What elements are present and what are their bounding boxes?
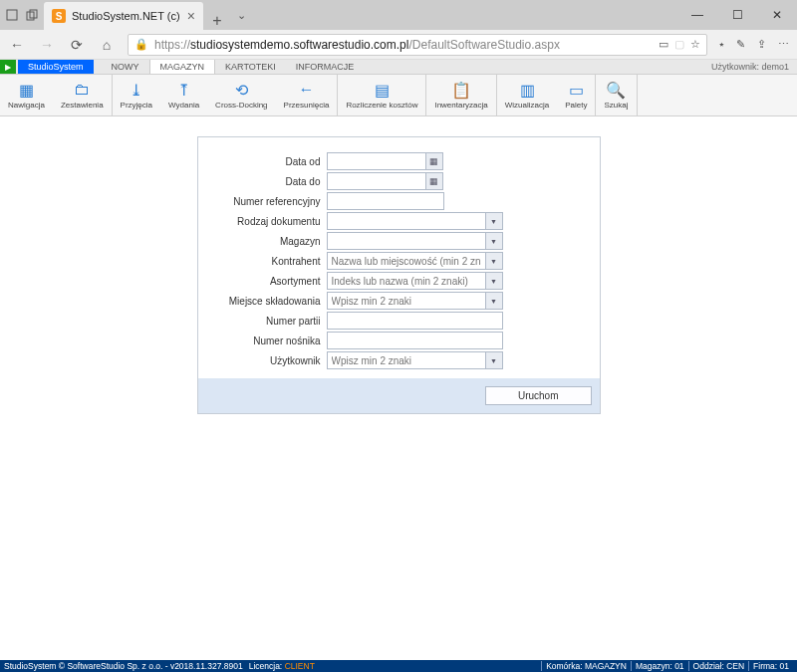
tab-copy-icon[interactable] [26, 9, 38, 21]
app-menubar: ▶ StudioSystem NOWY MAGAZYN KARTOTEKI IN… [0, 60, 797, 75]
status-firma: Firma: 01 [748, 661, 793, 671]
datepicker-do-button[interactable]: ▦ [426, 172, 443, 190]
home-button[interactable]: ⌂ [98, 37, 116, 53]
grid-icon: ▦ [16, 81, 36, 99]
refresh-button[interactable]: ⟳ [68, 37, 86, 53]
ribbon-nawigacja[interactable]: ▦Nawigacja [0, 75, 53, 115]
label-data-do: Data do [212, 176, 327, 187]
cost-icon: ▤ [372, 81, 392, 99]
browser-navbar: ← → ⟳ ⌂ 🔒 https://studiosystemdemo.softw… [0, 30, 797, 60]
tab-title: StudioSystem.NET (c) Sc [72, 10, 181, 22]
pallet-icon: ▭ [566, 81, 586, 99]
ribbon-przyjecia[interactable]: ⤓Przyjęcia [113, 75, 160, 115]
status-bar: StudioSystem © SoftwareStudio Sp. z o.o.… [0, 660, 797, 672]
move-icon: ← [296, 81, 316, 99]
label-kontrahent: Kontrahent [212, 256, 327, 267]
ribbon-wizualizacja[interactable]: ▥Wizualizacja [497, 75, 557, 115]
download-icon: ⤓ [127, 81, 146, 99]
browser-tab[interactable]: S StudioSystem.NET (c) Sc × [44, 2, 203, 30]
dropdown-uzytkownik-button[interactable]: ▼ [486, 351, 503, 369]
status-license: Licencja: CLIENT [249, 661, 315, 671]
close-button[interactable]: ✕ [757, 0, 797, 30]
status-magazyn: Magazyn: 01 [631, 661, 688, 671]
dropdown-rodzaj-button[interactable]: ▼ [486, 212, 503, 230]
window-titlebar: S StudioSystem.NET (c) Sc × + ⌄ — ☐ ✕ [0, 0, 797, 30]
input-kontrahent[interactable] [327, 252, 486, 270]
favorites-icon[interactable]: ⭑ [719, 38, 724, 51]
input-numer-nosnika[interactable] [327, 332, 503, 349]
pen-icon[interactable]: ✎ [736, 38, 745, 51]
label-rodzaj: Rodzaj dokumentu [212, 216, 327, 227]
maximize-button[interactable]: ☐ [717, 0, 757, 30]
input-magazyn[interactable] [327, 232, 486, 250]
dropdown-kontrahent-button[interactable]: ▼ [486, 252, 503, 270]
input-data-od[interactable] [327, 152, 426, 170]
run-button[interactable]: Uruchom [485, 386, 592, 405]
new-tab-button[interactable]: + [203, 12, 231, 30]
window-controls: — ☐ ✕ [677, 0, 797, 30]
menu-magazyn[interactable]: MAGAZYN [149, 60, 216, 74]
inventory-icon: 📋 [451, 81, 471, 99]
menu-nowy[interactable]: NOWY [102, 60, 149, 74]
input-numer-ref[interactable] [327, 192, 444, 210]
dropdown-miejsce-button[interactable]: ▼ [486, 292, 503, 310]
tab-strip: S StudioSystem.NET (c) Sc × + [44, 0, 231, 30]
label-asortyment: Asortyment [212, 276, 327, 287]
input-miejsce[interactable] [327, 292, 486, 310]
navbar-right: ⭑ ✎ ⇪ ⋯ [719, 38, 789, 51]
address-bar[interactable]: 🔒 https://studiosystemdemo.softwarestudi… [128, 34, 707, 56]
menu-kartoteki[interactable]: KARTOTEKI [215, 60, 286, 74]
upload-icon: ⤒ [174, 81, 194, 99]
input-asortyment[interactable] [327, 272, 486, 290]
status-oddzial: Oddział: CEN [688, 661, 749, 671]
dropdown-magazyn-button[interactable]: ▼ [486, 232, 503, 250]
svg-rect-0 [7, 10, 17, 20]
panel-footer: Uruchom [198, 378, 600, 413]
reader-icon[interactable]: ▭ [659, 38, 668, 51]
dropdown-asortyment-button[interactable]: ▼ [486, 272, 503, 290]
more-icon[interactable]: ⋯ [778, 38, 789, 51]
forward-button[interactable]: → [38, 37, 56, 53]
play-icon[interactable]: ▶ [0, 60, 16, 74]
user-info: Użytkownik: demo1 [711, 62, 797, 72]
input-uzytkownik[interactable] [327, 351, 486, 369]
status-komorka: Komórka: MAGAZYN [541, 661, 631, 671]
status-copyright: StudioSystem © SoftwareStudio Sp. z o.o.… [4, 661, 243, 671]
ribbon-cross-docking[interactable]: ⟲Cross-Docking [207, 75, 275, 115]
ribbon-zestawienia[interactable]: 🗀Zestawienia [53, 75, 112, 115]
ribbon-przesuniecia[interactable]: ←Przesunięcia [276, 75, 338, 115]
label-magazyn: Magazyn [212, 236, 327, 247]
tab-close-icon[interactable]: × [187, 8, 195, 24]
book-icon[interactable]: ▢ [674, 38, 684, 51]
input-numer-partii[interactable] [327, 312, 503, 330]
chart-icon: ▥ [517, 81, 537, 99]
minimize-button[interactable]: — [677, 0, 717, 30]
label-numer-partii: Numer partii [212, 316, 327, 327]
menu-informacje[interactable]: INFORMACJE [286, 60, 365, 74]
brand-button[interactable]: StudioSystem [18, 60, 94, 74]
ribbon-szukaj[interactable]: 🔍Szukaj [596, 75, 636, 115]
label-uzytkownik: Użytkownik [212, 355, 327, 366]
content-area: Data od▦ Data do▦ Numer referencyjny Rod… [0, 116, 797, 660]
ribbon-inwentaryzacja[interactable]: 📋Inwentaryzacja [426, 75, 495, 115]
input-data-do[interactable] [327, 172, 426, 190]
folder-icon: 🗀 [72, 81, 92, 99]
input-rodzaj[interactable] [327, 212, 486, 230]
tab-chevron-icon[interactable]: ⌄ [231, 0, 251, 30]
url-text: https://studiosystemdemo.softwarestudio.… [154, 38, 653, 52]
label-data-od: Data od [212, 156, 327, 167]
cycle-icon: ⟲ [231, 81, 251, 99]
ribbon-palety[interactable]: ▭Palety [557, 75, 595, 115]
label-numer-nosnika: Numer nośnika [212, 336, 327, 346]
titlebar-left [0, 0, 38, 30]
star-icon[interactable]: ☆ [690, 38, 700, 51]
filter-panel: Data od▦ Data do▦ Numer referencyjny Rod… [197, 136, 601, 414]
ribbon-rozliczenie[interactable]: ▤Rozliczenie kosztów [338, 75, 425, 115]
share-icon[interactable]: ⇪ [757, 38, 766, 51]
datepicker-od-button[interactable]: ▦ [426, 152, 443, 170]
back-button[interactable]: ← [8, 37, 26, 53]
favicon: S [52, 9, 66, 23]
tab-back-icon[interactable] [6, 9, 18, 21]
ribbon-wydania[interactable]: ⤒Wydania [160, 75, 207, 115]
search-icon: 🔍 [606, 81, 626, 99]
